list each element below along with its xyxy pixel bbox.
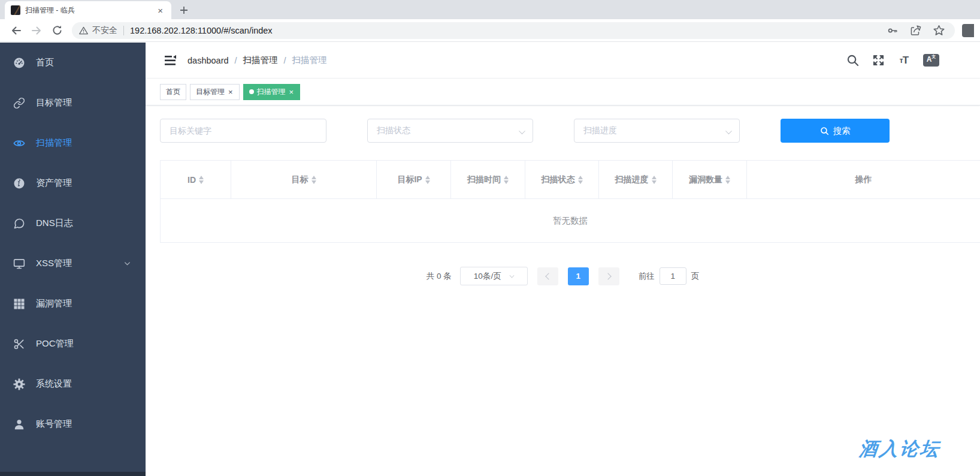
pagination: 共 0 条 10条/页 1 前往 页 <box>160 267 966 285</box>
scan-progress-select[interactable]: 扫描进度 <box>574 119 740 143</box>
sidebar-item-xss[interactable]: XSS管理 <box>0 243 146 284</box>
scan-table: ID 目标 目标IP 扫描时间 <box>160 160 980 243</box>
app-navbar: dashboard / 扫描管理 / 扫描管理 тT A文 <box>146 43 980 79</box>
col-header-scan-progress[interactable]: 扫描进度 <box>599 161 673 198</box>
tag-close-icon[interactable]: × <box>228 88 234 96</box>
col-label: 漏洞数量 <box>689 174 722 185</box>
select-placeholder: 扫描状态 <box>377 125 410 136</box>
breadcrumb-separator: / <box>235 56 237 65</box>
col-header-scan-time[interactable]: 扫描时间 <box>451 161 525 198</box>
chevron-left-icon <box>545 273 552 279</box>
sidebar-scrollbar[interactable] <box>0 472 146 476</box>
col-header-vuln-count[interactable]: 漏洞数量 <box>673 161 747 198</box>
share-icon[interactable] <box>909 25 922 37</box>
chevron-down-icon <box>123 260 131 267</box>
url-text: 192.168.202.128:11000/#/scan/index <box>130 26 887 35</box>
back-button[interactable] <box>6 20 26 41</box>
page-size-select[interactable]: 10条/页 <box>460 267 528 285</box>
sidebar-item-settings[interactable]: 系统设置 <box>0 364 146 404</box>
breadcrumb-dashboard[interactable]: dashboard <box>187 56 229 65</box>
tag-targets[interactable]: 目标管理 × <box>190 84 240 100</box>
tag-scan-active[interactable]: 扫描管理 × <box>243 84 301 100</box>
sort-caret-icon[interactable] <box>199 176 204 184</box>
page-size-value: 10条/页 <box>474 271 501 282</box>
sidebar-item-label: 目标管理 <box>36 97 131 109</box>
filter-row: 扫描状态 扫描进度 搜索 <box>160 119 980 143</box>
scissors-icon <box>13 338 25 350</box>
tag-home[interactable]: 首页 <box>160 84 186 100</box>
search-button[interactable]: 搜索 <box>781 119 890 143</box>
sidebar-item-targets[interactable]: 目标管理 <box>0 83 146 123</box>
sort-caret-icon[interactable] <box>578 176 583 184</box>
browser-tab[interactable]: 扫描管理 - 临兵 × <box>5 1 171 19</box>
forward-button[interactable] <box>26 20 47 41</box>
reload-button[interactable] <box>47 20 67 41</box>
breadcrumb-scan-parent[interactable]: 扫描管理 <box>243 55 278 66</box>
security-indicator[interactable]: 不安全 <box>79 25 117 36</box>
font-size-icon[interactable]: тT <box>897 54 911 67</box>
reload-icon <box>52 25 63 36</box>
sidebar-item-label: 首页 <box>36 57 131 68</box>
browser-menu-icon[interactable] <box>962 24 974 37</box>
sidebar-item-label: DNS日志 <box>36 218 131 229</box>
page: 扫描管理 - 临兵 × 不安全 192.168.202.128:11000/#/… <box>0 0 980 476</box>
scan-status-select[interactable]: 扫描状态 <box>367 119 533 143</box>
tag-close-icon[interactable]: × <box>289 88 295 96</box>
tag-label: 首页 <box>166 87 180 97</box>
breadcrumb: dashboard / 扫描管理 / 扫描管理 <box>187 55 327 66</box>
sidebar-item-dnslog[interactable]: DNS日志 <box>0 203 146 243</box>
col-label: ID <box>187 175 196 185</box>
keyword-input[interactable] <box>160 119 326 143</box>
next-page-button[interactable] <box>598 267 619 285</box>
sidebar-item-home[interactable]: 首页 <box>0 43 146 83</box>
sidebar-item-label: 系统设置 <box>36 378 131 390</box>
empty-state: 暂无数据 <box>161 199 980 243</box>
sidebar-item-label: 资产管理 <box>36 177 131 189</box>
url-bar[interactable]: 不安全 192.168.202.128:11000/#/scan/index <box>72 22 955 39</box>
chat-icon <box>13 218 25 230</box>
sidebar-item-assets[interactable]: 资产管理 <box>0 163 146 203</box>
translate-icon[interactable]: A文 <box>923 54 939 67</box>
col-label: 扫描时间 <box>467 174 501 185</box>
sidebar-collapse-icon[interactable] <box>164 54 177 67</box>
header-search-icon[interactable] <box>846 54 859 67</box>
bookmark-star-icon[interactable] <box>933 25 945 37</box>
active-dot-icon <box>249 89 254 94</box>
tab-close-icon[interactable]: × <box>155 5 165 16</box>
prev-page-button[interactable] <box>537 267 558 285</box>
col-header-scan-status[interactable]: 扫描状态 <box>525 161 599 198</box>
col-header-target[interactable]: 目标 <box>231 161 377 198</box>
sort-caret-icon[interactable] <box>425 176 430 184</box>
sort-caret-icon[interactable] <box>311 176 316 184</box>
monitor-icon <box>13 258 25 270</box>
breadcrumb-current: 扫描管理 <box>292 55 327 66</box>
chevron-down-icon <box>509 273 514 278</box>
col-header-target-ip[interactable]: 目标IP <box>377 161 451 198</box>
sidebar-item-scan[interactable]: 扫描管理 <box>0 123 146 163</box>
search-button-label: 搜索 <box>833 125 851 137</box>
goto-page-input[interactable] <box>660 267 686 285</box>
main-area: dashboard / 扫描管理 / 扫描管理 тT A文 <box>146 43 980 476</box>
sort-caret-icon[interactable] <box>652 176 657 184</box>
total-count: 共 0 条 <box>427 271 452 282</box>
sort-caret-icon[interactable] <box>725 176 730 184</box>
user-icon <box>13 418 25 430</box>
fullscreen-icon[interactable] <box>872 54 885 67</box>
url-divider <box>123 26 124 35</box>
sidebar: 首页 目标管理 扫描管理 资产管理 DNS日志 XSS管理 <box>0 43 146 476</box>
col-label: 目标IP <box>397 174 422 185</box>
sidebar-item-poc[interactable]: POC管理 <box>0 324 146 364</box>
sidebar-item-accounts[interactable]: 账号管理 <box>0 404 146 444</box>
col-header-id[interactable]: ID <box>161 161 231 198</box>
new-tab-button[interactable] <box>176 2 192 18</box>
sidebar-item-vulns[interactable]: 漏洞管理 <box>0 284 146 324</box>
favicon <box>11 5 20 15</box>
col-label: 操作 <box>855 174 872 185</box>
tag-label: 扫描管理 <box>257 87 286 97</box>
sort-caret-icon[interactable] <box>504 176 509 184</box>
chevron-down-icon <box>725 128 732 134</box>
password-key-icon[interactable] <box>887 25 899 37</box>
sidebar-item-label: 漏洞管理 <box>36 298 131 309</box>
page-number-active[interactable]: 1 <box>568 267 589 285</box>
browser-tab-title: 扫描管理 - 临兵 <box>25 5 150 16</box>
